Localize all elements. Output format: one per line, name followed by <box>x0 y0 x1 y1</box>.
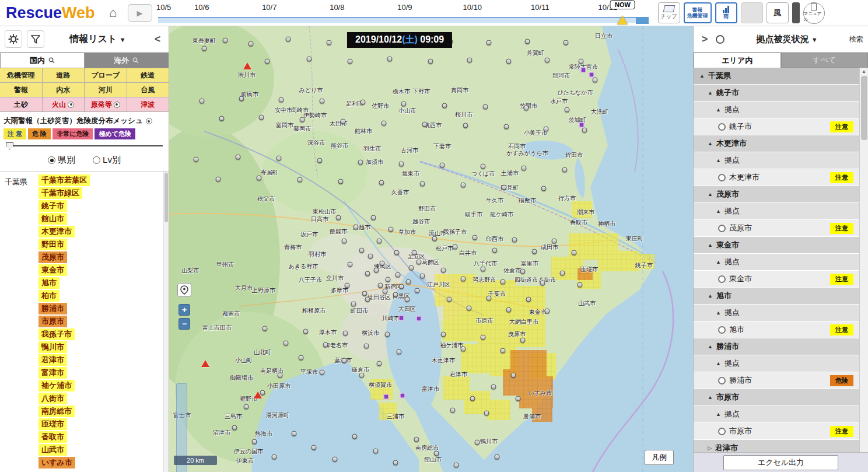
tree-row-千葉県[interactable]: ▲千葉県 <box>694 68 859 85</box>
map-marker[interactable] <box>338 179 344 184</box>
home-icon[interactable]: ⌂ <box>103 5 123 20</box>
map-marker[interactable] <box>420 181 425 187</box>
map-marker[interactable] <box>484 411 489 416</box>
map-marker[interactable] <box>552 239 557 244</box>
map-marker[interactable] <box>562 167 568 173</box>
incident-marker-icon[interactable] <box>416 316 422 321</box>
map-marker[interactable] <box>320 370 325 375</box>
timeline-date[interactable]: 10/10 <box>463 3 482 12</box>
map-marker[interactable] <box>380 261 385 266</box>
map-marker[interactable] <box>572 250 577 256</box>
map-marker[interactable] <box>300 117 305 123</box>
category-button-土砂[interactable]: 土砂 <box>0 97 42 111</box>
map-marker[interactable] <box>298 177 303 183</box>
scope-tab-エリア内[interactable]: エリア内 <box>694 53 781 68</box>
tree-row-拠点[interactable]: ▲拠点 <box>694 355 859 372</box>
tree-row-銚子市[interactable]: 銚子市注意 <box>694 118 859 135</box>
tree-row-旭市[interactable]: 旭市注意 <box>694 321 859 338</box>
map-marker[interactable] <box>453 244 458 250</box>
map-marker[interactable] <box>504 124 509 130</box>
timeline-date[interactable]: 10/7 <box>262 3 276 12</box>
map-marker[interactable] <box>352 434 358 439</box>
info-list-title[interactable]: 情報リスト ▼ <box>49 33 146 46</box>
map-marker[interactable] <box>342 358 347 363</box>
map-marker[interactable] <box>259 115 264 120</box>
map-marker[interactable] <box>593 78 598 83</box>
map-marker[interactable] <box>348 262 353 267</box>
map-marker[interactable] <box>492 248 498 253</box>
map-marker[interactable] <box>399 284 404 289</box>
map-marker[interactable] <box>579 59 584 64</box>
map-canvas[interactable]: 東吾妻町渋川市前橋市みどり市安中市高崎市伊勢崎市富岡市藤岡市太田市館林市足利市佐… <box>169 26 693 472</box>
tree-row-勝浦市[interactable]: ▲勝浦市 <box>694 338 859 355</box>
map-marker[interactable] <box>483 104 488 110</box>
map-marker[interactable] <box>292 431 297 436</box>
map-marker[interactable] <box>299 355 304 361</box>
city-item-市原市[interactable]: 市原市 <box>38 316 67 327</box>
category-button-道路[interactable]: 道路 <box>43 68 85 82</box>
map-marker[interactable] <box>284 341 289 346</box>
map-marker[interactable] <box>428 59 433 64</box>
city-item-館山市[interactable]: 館山市 <box>38 213 67 225</box>
timeline-date[interactable]: 10/6 <box>194 3 209 12</box>
volcano-marker-icon[interactable] <box>243 62 251 69</box>
city-item-富津市[interactable]: 富津市 <box>38 367 67 379</box>
now-marker-icon[interactable] <box>617 16 628 25</box>
opacity-slider[interactable] <box>6 142 163 150</box>
map-marker[interactable] <box>565 107 570 113</box>
map-marker[interactable] <box>582 128 587 133</box>
map-marker[interactable] <box>236 155 241 160</box>
map-marker[interactable] <box>252 439 257 445</box>
category-button-鉄道[interactable]: 鉄道 <box>127 68 169 82</box>
map-marker[interactable] <box>249 41 254 47</box>
wind-layer-button[interactable]: 風 <box>766 2 789 23</box>
disabled-layer-button[interactable] <box>741 2 763 23</box>
manual-button[interactable]: マニュアル <box>803 2 825 24</box>
city-item-香取市[interactable]: 香取市 <box>38 431 67 443</box>
map-marker[interactable] <box>320 99 325 104</box>
tree-expanded-icon[interactable]: ▲ <box>708 242 713 248</box>
status-circle-icon[interactable] <box>716 35 724 44</box>
map-marker[interactable] <box>481 164 486 169</box>
map-marker[interactable] <box>374 268 379 273</box>
city-item-野田市[interactable]: 野田市 <box>38 239 67 250</box>
timeline-track[interactable] <box>158 17 649 23</box>
map-marker[interactable] <box>303 329 309 334</box>
city-item-東金市[interactable]: 東金市 <box>38 264 67 276</box>
city-item-いすみ市[interactable]: いすみ市 <box>38 457 75 468</box>
map-marker[interactable] <box>393 460 398 466</box>
map-marker[interactable] <box>393 292 398 298</box>
map-marker[interactable] <box>257 176 262 181</box>
volcano-marker-icon[interactable] <box>254 391 262 398</box>
incident-marker-icon[interactable] <box>579 123 584 128</box>
map-marker[interactable] <box>394 250 400 256</box>
play-button[interactable]: ▶ <box>128 4 152 22</box>
tree-row-市原市[interactable]: 市原市注意 <box>694 423 859 440</box>
map-marker[interactable] <box>323 342 328 348</box>
map-marker[interactable] <box>327 40 332 46</box>
timeline-date[interactable]: 10/11 <box>531 3 550 12</box>
right-scrollbar[interactable]: ▲ <box>859 68 868 452</box>
map-marker[interactable] <box>399 162 404 167</box>
map-marker[interactable] <box>342 239 347 244</box>
map-marker[interactable] <box>401 102 407 107</box>
timeline-date[interactable]: 10/8 <box>330 3 344 12</box>
excel-export-button[interactable]: エクセル出力 <box>723 455 838 470</box>
incident-marker-icon[interactable] <box>384 394 389 400</box>
incident-marker-icon[interactable] <box>400 393 405 398</box>
map-marker[interactable] <box>343 331 348 336</box>
map-marker[interactable] <box>434 451 439 456</box>
filter-button[interactable] <box>27 30 44 48</box>
timeline[interactable]: NOW 10/510/610/710/810/910/1010/1110/12 <box>158 0 651 26</box>
map-marker[interactable] <box>194 157 199 162</box>
city-item-茂原市[interactable]: 茂原市 <box>38 251 67 263</box>
city-item-匝瑳市[interactable]: 匝瑳市 <box>38 418 67 430</box>
visibility-eye-icon[interactable] <box>68 102 74 108</box>
map-marker[interactable] <box>422 122 428 127</box>
site-damage-title[interactable]: 拠点被災状況 ▼ <box>729 34 845 45</box>
tree-expanded-icon[interactable]: ▲ <box>708 141 713 146</box>
tree-collapsed-icon[interactable]: ▷ <box>708 445 712 451</box>
incident-marker-icon[interactable] <box>581 68 586 73</box>
tree-expanded-icon[interactable]: ▲ <box>716 158 721 163</box>
search-button[interactable]: 検索 <box>849 34 863 44</box>
